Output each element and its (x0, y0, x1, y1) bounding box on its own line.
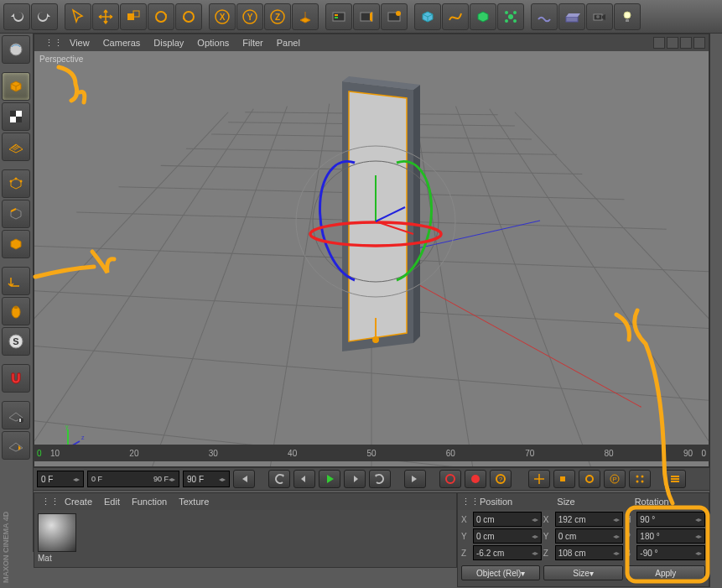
play-button[interactable] (319, 470, 340, 488)
key-pla-button[interactable] (629, 470, 651, 488)
size-z-field[interactable]: 108 cm◂▸ (555, 545, 624, 560)
position-header: Position (473, 497, 550, 507)
make-editable-button[interactable] (2, 35, 30, 64)
timeline-options-button[interactable] (664, 470, 686, 488)
size-y-field[interactable]: 0 cm◂▸ (555, 528, 624, 544)
prev-frame-button[interactable] (293, 470, 315, 488)
x-axis-lock[interactable]: X (209, 3, 236, 30)
redo-button[interactable] (31, 3, 58, 30)
primitive-button[interactable] (414, 3, 441, 30)
key-scale-button[interactable] (553, 470, 575, 488)
rot-h-field[interactable]: 90 °◂▸ (636, 512, 705, 527)
y-axis-lock[interactable]: Y (236, 3, 263, 30)
next-frame-button[interactable] (344, 470, 366, 488)
locked-workplane-button[interactable] (2, 431, 30, 460)
size-x-field[interactable]: 192 cm◂▸ (555, 512, 624, 527)
cameras-menu[interactable]: Cameras (103, 38, 141, 48)
next-key-button[interactable] (369, 470, 391, 488)
autokey-button[interactable] (465, 470, 486, 488)
panel-grip-icon[interactable]: ⋮⋮ (461, 497, 473, 507)
mat-function-menu[interactable]: Function (132, 497, 167, 507)
goto-end-button[interactable] (404, 470, 426, 488)
last-tool[interactable] (175, 3, 202, 30)
render-view-button[interactable] (325, 3, 352, 30)
vp-zoom-icon[interactable] (667, 37, 678, 49)
mat-create-menu[interactable]: Create (65, 497, 92, 507)
material-menu: ⋮⋮ Create Edit Function Texture (34, 493, 456, 510)
camera-button[interactable] (586, 3, 613, 30)
range-slider[interactable]: 0 F90 F◂▸ (87, 471, 179, 487)
texture-mode-button[interactable] (2, 102, 30, 131)
environment-button[interactable] (531, 3, 558, 30)
undo-button[interactable] (3, 3, 30, 30)
vp-layout-icon[interactable] (693, 37, 705, 49)
svg-point-16 (508, 14, 513, 19)
current-frame-field[interactable]: 0 F◂▸ (37, 471, 84, 487)
edge-mode-button[interactable] (2, 200, 30, 228)
polygon-mode-button[interactable] (2, 230, 30, 258)
record-button[interactable] (439, 470, 461, 488)
model-mode-button[interactable] (2, 72, 30, 101)
rot-b-field[interactable]: -90 °◂▸ (636, 545, 705, 560)
view-menu[interactable]: View (70, 38, 90, 48)
svg-rect-21 (566, 17, 578, 22)
size-mode-dropdown[interactable]: Size ▾ (543, 565, 622, 580)
material-thumbnail[interactable] (38, 513, 76, 552)
pos-y-field[interactable]: 0 cm◂▸ (473, 528, 542, 544)
coord-mode-dropdown[interactable]: Object (Rel) ▾ (461, 565, 540, 580)
tick: 50 (366, 449, 376, 458)
options-menu[interactable]: Options (197, 38, 229, 48)
keyframe-sel-button[interactable]: ? (490, 470, 512, 488)
mat-texture-menu[interactable]: Texture (179, 497, 209, 507)
workplane-snap-button[interactable] (2, 401, 30, 429)
key-pos-button[interactable] (528, 470, 550, 488)
top-toolbar: X Y Z (0, 0, 722, 34)
key-param-button[interactable]: P (604, 470, 626, 488)
rot-p-field[interactable]: 180 °◂▸ (636, 528, 705, 544)
svg-point-17 (505, 11, 508, 14)
move-tool[interactable] (92, 3, 119, 30)
svg-point-29 (10, 180, 13, 183)
z-axis-lock[interactable]: Z (264, 3, 291, 30)
panel-menu[interactable]: Panel (277, 38, 300, 48)
prev-key-button[interactable] (268, 470, 290, 488)
generator-button[interactable] (470, 3, 496, 30)
3d-viewport[interactable]: Perspective Grid Spacing : 100 cm (34, 51, 709, 466)
rotate-tool[interactable] (148, 3, 174, 30)
mat-edit-menu[interactable]: Edit (104, 497, 120, 507)
vp-orbit-icon[interactable] (680, 37, 692, 49)
select-tool[interactable] (65, 3, 91, 30)
panel-grip-icon[interactable]: ⋮⋮ (44, 38, 56, 49)
svg-point-30 (20, 180, 23, 183)
timeline-ruler[interactable]: 0 10 20 30 40 50 60 70 80 90 0 (34, 445, 709, 461)
panel-grip-icon[interactable]: ⋮⋮ (41, 497, 53, 507)
deformer-button[interactable] (497, 3, 524, 30)
pos-z-field[interactable]: -6.2 cm◂▸ (473, 545, 542, 560)
spline-button[interactable] (442, 3, 469, 30)
svg-point-86 (636, 476, 639, 478)
coord-system-button[interactable] (292, 3, 319, 30)
svg-point-79 (471, 475, 480, 483)
render-settings-button[interactable] (381, 3, 408, 30)
goto-start-button[interactable] (233, 470, 255, 488)
snap-button[interactable]: S (2, 327, 30, 356)
tweak-mode-button[interactable] (2, 297, 30, 325)
key-rot-button[interactable] (579, 470, 600, 488)
point-mode-button[interactable] (2, 169, 30, 198)
apply-button[interactable]: Apply (626, 565, 705, 580)
workplane-mode-button[interactable] (2, 133, 30, 161)
floor-button[interactable] (558, 3, 585, 30)
axis-mode-button[interactable] (2, 267, 30, 295)
magnet-button[interactable] (2, 364, 30, 393)
light-button[interactable] (614, 3, 641, 30)
filter-menu[interactable]: Filter (242, 38, 262, 48)
render-picture-button[interactable] (353, 3, 380, 30)
scale-tool[interactable] (120, 3, 147, 30)
display-menu[interactable]: Display (153, 38, 184, 48)
svg-rect-12 (335, 17, 338, 18)
end-frame-field[interactable]: 90 F◂▸ (183, 471, 230, 487)
sx-label: X (543, 515, 553, 524)
vp-pan-icon[interactable] (653, 37, 665, 49)
pos-x-field[interactable]: 0 cm◂▸ (473, 512, 542, 527)
material-name[interactable]: Mat (38, 554, 453, 563)
